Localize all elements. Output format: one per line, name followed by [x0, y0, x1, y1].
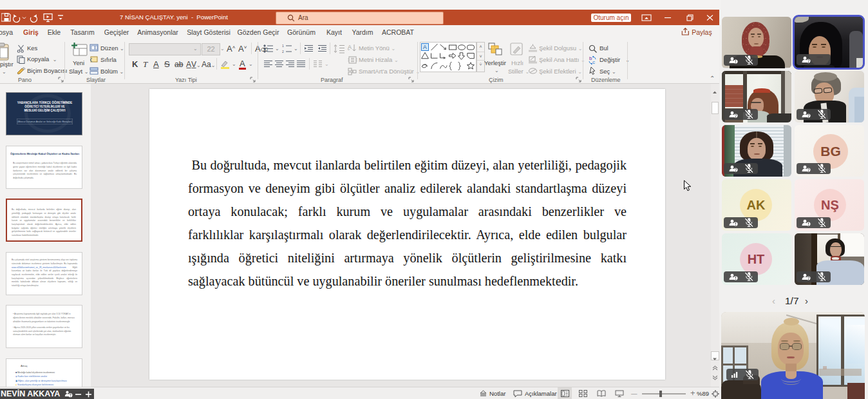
svg-text:A: A: [348, 44, 352, 50]
svg-text:c: c: [592, 59, 595, 65]
svg-text:1: 1: [282, 44, 284, 48]
svg-text:A: A: [423, 44, 427, 50]
svg-text:2: 2: [282, 50, 284, 53]
